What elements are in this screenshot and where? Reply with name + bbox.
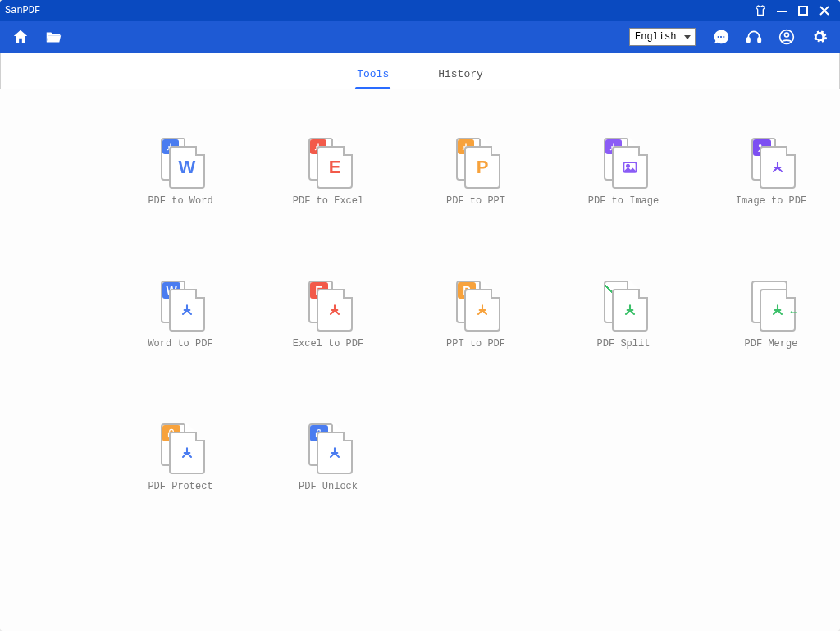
open-folder-button[interactable]: [41, 25, 66, 49]
tool-label: PDF Protect: [148, 481, 212, 492]
tool-icon-excel-to-pdf: E: [305, 281, 351, 327]
tool-icon-pdf-unlock: [305, 423, 351, 469]
tool-pdf-to-ppt[interactable]: PPDF to PPT: [427, 138, 525, 207]
svg-rect-0: [777, 11, 787, 12]
support-button[interactable]: [742, 25, 766, 49]
feedback-button[interactable]: [709, 25, 733, 49]
tool-label: PDF to Word: [148, 195, 212, 207]
tool-icon-pdf-to-word: W: [158, 138, 203, 184]
tool-pdf-to-word[interactable]: WPDF to Word: [131, 138, 230, 207]
language-select[interactable]: English: [629, 28, 696, 46]
tool-icon-pdf-to-excel: E: [305, 138, 351, 184]
tool-icon-pdf-to-ppt: P: [453, 138, 499, 184]
tool-excel-to-pdf[interactable]: EExcel to PDF: [279, 281, 377, 350]
maximize-button[interactable]: [792, 0, 814, 21]
language-select-wrap: English: [629, 28, 696, 46]
svg-point-3: [720, 36, 722, 38]
tool-label: PDF Unlock: [299, 481, 358, 492]
tool-label: PDF to Image: [588, 195, 659, 207]
tool-label: Excel to PDF: [293, 338, 363, 350]
shirt-icon[interactable]: [750, 0, 771, 21]
svg-point-8: [785, 33, 789, 37]
tool-pdf-split[interactable]: PDF Split: [574, 281, 673, 350]
tool-pdf-unlock[interactable]: PDF Unlock: [279, 423, 377, 492]
app-window: SanPDF English: [0, 0, 840, 631]
tool-pdf-merge[interactable]: ←PDF Merge: [722, 281, 820, 350]
content-area: WPDF to WordEPDF to ExcelPPDF to PPTPDF …: [0, 89, 840, 631]
svg-rect-1: [799, 7, 807, 15]
tool-label: Word to PDF: [148, 338, 212, 350]
svg-point-10: [627, 165, 629, 167]
minimize-button[interactable]: [771, 0, 792, 21]
tool-pdf-protect[interactable]: PDF Protect: [131, 423, 230, 492]
tool-icon-pdf-protect: [158, 423, 203, 469]
titlebar: SanPDF: [0, 0, 840, 21]
tool-icon-pdf-split: [600, 281, 646, 327]
tool-label: PDF Merge: [745, 338, 798, 350]
tool-label: PDF Split: [597, 338, 651, 350]
tool-icon-ppt-to-pdf: P: [453, 281, 499, 327]
tool-icon-word-to-pdf: W: [158, 281, 203, 327]
tool-label: PDF to PPT: [446, 195, 505, 207]
tool-label: PDF to Excel: [293, 195, 363, 207]
tool-pdf-to-image[interactable]: PDF to Image: [574, 138, 673, 207]
tool-pdf-to-excel[interactable]: EPDF to Excel: [279, 138, 377, 207]
tool-image-to-pdf[interactable]: Image to PDF: [722, 138, 820, 207]
tab-tools[interactable]: Tools: [355, 60, 390, 89]
home-button[interactable]: [8, 25, 33, 49]
tool-word-to-pdf[interactable]: WWord to PDF: [131, 281, 230, 350]
svg-point-4: [723, 36, 724, 38]
settings-button[interactable]: [807, 25, 832, 49]
app-title: SanPDF: [5, 5, 40, 16]
tool-icon-image-to-pdf: [748, 138, 794, 184]
tab-history[interactable]: History: [436, 60, 485, 89]
tool-label: PPT to PDF: [446, 338, 505, 350]
main-toolbar: English: [0, 21, 840, 53]
tool-icon-pdf-merge: ←: [748, 281, 794, 327]
tool-grid: WPDF to WordEPDF to ExcelPPDF to PPTPDF …: [131, 138, 804, 492]
tool-icon-pdf-to-image: [600, 138, 646, 184]
svg-point-2: [718, 36, 719, 38]
account-button[interactable]: [774, 25, 799, 49]
tab-bar: Tools History: [0, 53, 840, 89]
tool-ppt-to-pdf[interactable]: PPPT to PDF: [427, 281, 525, 350]
close-button[interactable]: [814, 0, 835, 21]
svg-rect-5: [747, 38, 750, 43]
tool-label: Image to PDF: [736, 195, 806, 207]
svg-rect-6: [758, 38, 760, 43]
